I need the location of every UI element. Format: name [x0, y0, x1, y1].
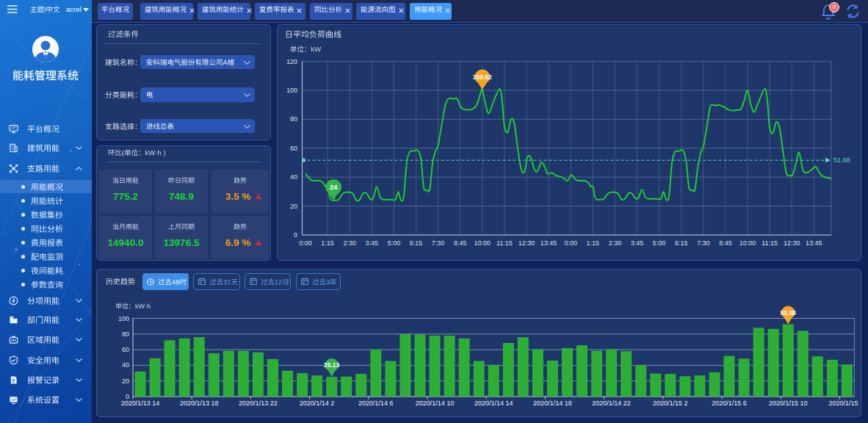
svg-text:13:45: 13:45 — [806, 239, 822, 247]
svg-text:120: 120 — [286, 58, 297, 65]
svg-text:0:00: 0:00 — [299, 239, 312, 247]
svg-text:80: 80 — [290, 115, 297, 123]
svg-text:80: 80 — [122, 330, 129, 338]
svg-text:100: 100 — [118, 315, 129, 322]
svg-text:24: 24 — [330, 183, 338, 191]
svg-text:2020/1/14 6: 2020/1/14 6 — [358, 400, 394, 407]
svg-text:6:15: 6:15 — [410, 239, 423, 247]
svg-text:8:45: 8:45 — [719, 239, 732, 247]
svg-text:2020/1/13 18: 2020/1/13 18 — [180, 400, 219, 407]
svg-text:40: 40 — [122, 361, 129, 369]
svg-text:8:45: 8:45 — [454, 239, 467, 247]
svg-text:5:00: 5:00 — [653, 239, 666, 247]
svg-text:2020/1/15 6: 2020/1/15 6 — [712, 400, 747, 407]
svg-text:60: 60 — [122, 346, 129, 353]
svg-text:2020/1/15: 2020/1/15 — [828, 400, 858, 407]
svg-text:51.68: 51.68 — [833, 156, 850, 164]
svg-text:100: 100 — [286, 87, 297, 94]
svg-text:2020/1/14 14: 2020/1/14 14 — [474, 400, 513, 407]
svg-text:11:15: 11:15 — [496, 239, 513, 247]
svg-text:3:45: 3:45 — [631, 239, 644, 247]
svg-text:92.38: 92.38 — [781, 309, 797, 317]
svg-text:2020/1/15 2: 2020/1/15 2 — [653, 400, 688, 407]
svg-text:2020/1/14 22: 2020/1/14 22 — [592, 400, 631, 407]
svg-text:2020/1/14 18: 2020/1/14 18 — [533, 400, 572, 407]
svg-text:2020/1/13 14: 2020/1/13 14 — [121, 400, 160, 407]
svg-text:10:00: 10:00 — [474, 239, 491, 247]
svg-text:3:45: 3:45 — [366, 239, 379, 247]
svg-text:40: 40 — [290, 173, 297, 181]
svg-text:12:30: 12:30 — [784, 239, 800, 247]
svg-text:5:00: 5:00 — [388, 239, 401, 247]
svg-text:12:30: 12:30 — [518, 239, 535, 247]
svg-text:2020/1/15 10: 2020/1/15 10 — [769, 400, 808, 407]
svg-text:7:30: 7:30 — [432, 239, 445, 247]
svg-text:7:30: 7:30 — [697, 239, 710, 247]
svg-text:2020/1/14 2: 2020/1/14 2 — [300, 400, 335, 407]
svg-text:2020/1/13 22: 2020/1/13 22 — [239, 400, 278, 407]
svg-text:10:00: 10:00 — [739, 239, 756, 247]
svg-text:1:15: 1:15 — [587, 239, 600, 247]
svg-text:60: 60 — [290, 145, 297, 152]
svg-text:100.52: 100.52 — [473, 73, 492, 81]
svg-text:0: 0 — [294, 231, 297, 239]
svg-text:0:00: 0:00 — [564, 239, 577, 247]
svg-text:13:45: 13:45 — [540, 239, 557, 247]
svg-text:11:15: 11:15 — [762, 239, 778, 247]
svg-text:2:30: 2:30 — [343, 239, 356, 247]
svg-text:2:30: 2:30 — [609, 239, 622, 247]
svg-text:20: 20 — [290, 203, 297, 210]
svg-text:25.13: 25.13 — [324, 361, 340, 369]
svg-text:2020/1/14 10: 2020/1/14 10 — [416, 400, 455, 407]
svg-text:6:15: 6:15 — [675, 239, 688, 247]
svg-text:1:15: 1:15 — [321, 239, 334, 247]
svg-text:20: 20 — [122, 377, 129, 385]
